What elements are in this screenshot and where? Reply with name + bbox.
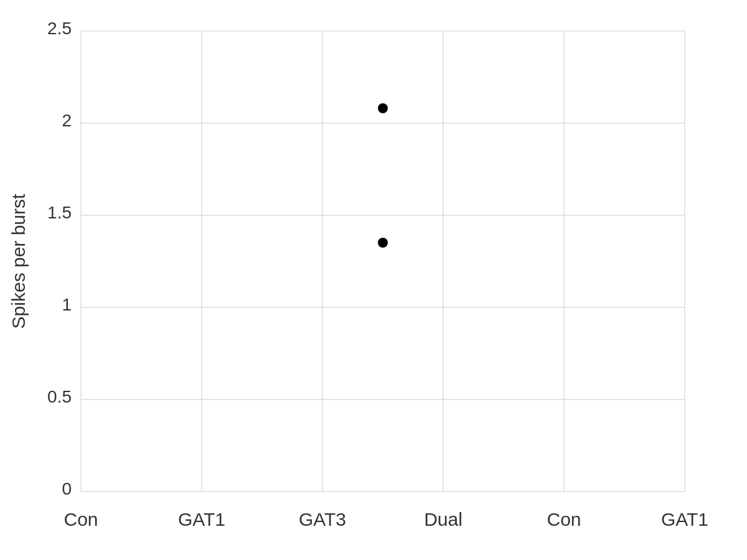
x-tick-gat1-2: GAT1 <box>661 509 708 530</box>
chart-container: 0 0.5 1 1.5 2 2.5 Spikes per burst Con G… <box>0 0 747 560</box>
x-tick-gat3: GAT3 <box>299 509 346 530</box>
y-tick-1-5: 1.5 <box>47 203 72 222</box>
plot-area <box>81 31 685 492</box>
y-tick-2-5: 2.5 <box>47 19 72 38</box>
x-tick-dual: Dual <box>424 509 463 530</box>
x-tick-con2: Con <box>547 509 581 530</box>
x-tick-gat1: GAT1 <box>178 509 225 530</box>
x-tick-con1: Con <box>63 509 98 530</box>
y-tick-1: 1 <box>62 295 72 314</box>
scatter-plot: 0 0.5 1 1.5 2 2.5 Spikes per burst Con G… <box>0 0 747 560</box>
data-point-1 <box>378 238 388 248</box>
y-tick-0-5: 0.5 <box>47 387 72 406</box>
data-point-2 <box>378 103 388 113</box>
y-tick-0: 0 <box>62 479 72 498</box>
y-axis-label: Spikes per burst <box>8 194 29 329</box>
y-tick-2: 2 <box>62 111 72 130</box>
